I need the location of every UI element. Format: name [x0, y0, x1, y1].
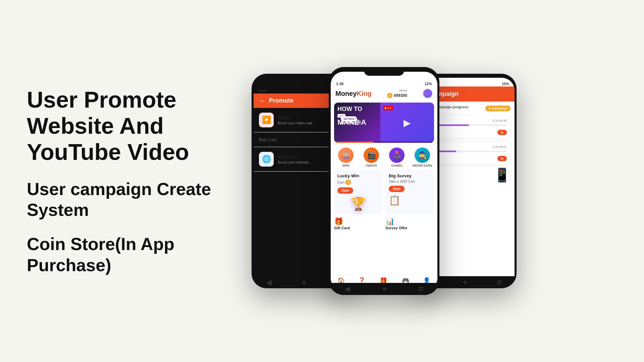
left-section: User Promote Website And YouTube Video U…	[0, 66, 235, 296]
banner-progress-fill	[334, 141, 374, 143]
phones-section: 8:46 ▊▊ ◼ ← Promote ▶️ Video Boost your …	[235, 0, 644, 362]
website-title: Website	[278, 154, 312, 160]
promo-banner[interactable]: HOW TO New MAKE A Get Now BANNER ▶ ▶ YO	[334, 103, 434, 143]
spin-icon-item[interactable]: 🎡 SPIN	[334, 147, 358, 167]
earn-cards-row: Lucky Win Earn ⊙ Start 🏆 Big Survey Take…	[331, 170, 437, 217]
survey-offer-label: Survey Offer	[385, 226, 434, 230]
earn-label: Earn	[337, 181, 344, 184]
battery-phone2: 12%	[425, 82, 432, 86]
banner-decoration: ▶ ▶ YO	[380, 103, 434, 143]
website-icon: 🌐	[259, 152, 274, 167]
android-recents-phone3[interactable]: □	[498, 279, 501, 285]
promote-title: Promote	[269, 97, 293, 104]
refer-earn-icon: 🧙	[415, 147, 430, 163]
video-icon: ▶️	[259, 113, 274, 127]
gift-card-icon: 🎁	[334, 217, 383, 226]
videos-icon: 🎬	[364, 147, 379, 163]
coin-balance: ⊙ 499300	[387, 93, 407, 98]
campaign-btn-label: Campaign	[492, 107, 508, 110]
android-back-phone2[interactable]: ◁	[345, 286, 350, 292]
android-home-phone1[interactable]: ○	[302, 279, 306, 285]
spin-icon: 🎡	[338, 147, 354, 163]
banner-text: HOW TO New MAKE A Get Now BANNER	[337, 106, 366, 127]
banner-how: HOW TO	[337, 106, 366, 112]
campaign-coin-icon: ⊙	[488, 107, 491, 110]
phone-moneyking: 1:38 12% MoneyKing Demo ⊙ 499300	[329, 67, 439, 295]
banner-word: BANNER	[341, 120, 361, 125]
sub-headline-2: Coin Store(In App Purchase)	[27, 234, 215, 276]
big-survey-card[interactable]: Big Survey Take a 1000 Coin Start 📋	[385, 170, 434, 215]
mk-logo: MoneyKing	[335, 90, 372, 98]
games-icon: 🕹️	[389, 147, 405, 163]
logo-money: Money	[335, 90, 357, 97]
lucky-win-card[interactable]: Lucky Win Earn ⊙ Start 🏆	[334, 170, 383, 215]
android-nav-phone2: ◁ ○ □	[329, 283, 439, 295]
campaign-1-action-btn[interactable]: ly	[497, 130, 507, 135]
user-avatar[interactable]	[423, 88, 433, 99]
android-home-phone2[interactable]: ○	[383, 286, 386, 292]
website-item-text: Website Boost your website...	[278, 154, 312, 164]
coin-icon: ⊙	[387, 93, 392, 98]
main-headline: User Promote Website And YouTube Video	[27, 86, 215, 165]
survey-icon: 📋	[389, 195, 431, 206]
videos-icon-item[interactable]: 🎬 VIDEOS	[360, 147, 383, 167]
campaign-2-time: 5 20:58:51	[492, 145, 507, 148]
campaign-2-action-btn[interactable]: ly	[497, 156, 507, 161]
refer-earn-label: REFER EARN	[413, 164, 432, 167]
time-phone2: 1:38	[336, 82, 343, 86]
games-icon-item[interactable]: 🕹️ GAMES	[385, 147, 409, 167]
earn-coin-icon: ⊙	[345, 180, 351, 185]
phone2-notch	[364, 67, 404, 76]
video-item-text: Video Boost your video wat...	[278, 115, 315, 125]
trophy-icon: 🏆	[351, 196, 366, 211]
videos-label: VIDEOS	[366, 164, 377, 167]
back-button-phone1[interactable]: ←	[259, 97, 266, 105]
android-back-phone1[interactable]: ◁	[267, 279, 271, 286]
more-row: 🎁 Gift Card 📊 Survey Offer	[331, 217, 437, 233]
survey-offer-icon: 📊	[385, 217, 434, 226]
battery-phone3: 15%	[502, 82, 509, 86]
big-survey-title: Big Survey	[389, 173, 431, 178]
video-sub: Boost your video wat...	[278, 121, 315, 125]
banner-progress	[334, 141, 434, 143]
gift-card-label: Gift Card	[334, 226, 383, 230]
feature-icon-grid: 🎡 SPIN 🎬 VIDEOS 🕹️ GAMES 🧙 REFER EARN	[331, 145, 437, 170]
big-survey-sub: Take a 1000 Coin	[389, 180, 431, 183]
website-sub: Boost your website...	[278, 160, 312, 164]
trophy-area: 🏆	[337, 196, 379, 211]
video-title: Video	[278, 115, 315, 120]
spin-label: SPIN	[342, 164, 349, 167]
status-bar-phone2: 1:38 12%	[331, 80, 437, 86]
gift-card-item[interactable]: 🎁 Gift Card	[334, 217, 383, 230]
games-label: GAMES	[391, 164, 402, 167]
time-phone1: 8:46	[259, 89, 266, 93]
mk-user-info: Demo ⊙ 499300	[387, 89, 407, 98]
android-recents-phone2[interactable]: □	[420, 286, 423, 292]
lucky-win-title: Lucky Win	[337, 173, 379, 178]
refer-earn-icon-item[interactable]: 🧙 REFER EARN	[411, 147, 434, 167]
lucky-win-sub: Earn ⊙	[337, 180, 379, 185]
sub-headline-1: User campaign Create System	[27, 179, 215, 221]
campaign-button[interactable]: ⊙ Campaign	[485, 106, 511, 111]
android-home-phone3[interactable]: ○	[463, 279, 467, 285]
demo-label: Demo	[399, 89, 407, 92]
logo-king: King	[357, 90, 371, 97]
survey-offer-item[interactable]: 📊 Survey Offer	[385, 217, 434, 230]
campaign-1-time: 5 20:50:40	[492, 119, 507, 122]
campaign-image-icon: 📱	[494, 167, 511, 183]
mk-header: MoneyKing Demo ⊙ 499300	[331, 86, 437, 101]
lucky-win-start-btn[interactable]: Start	[337, 187, 353, 194]
big-survey-start-btn[interactable]: Start	[389, 186, 405, 192]
